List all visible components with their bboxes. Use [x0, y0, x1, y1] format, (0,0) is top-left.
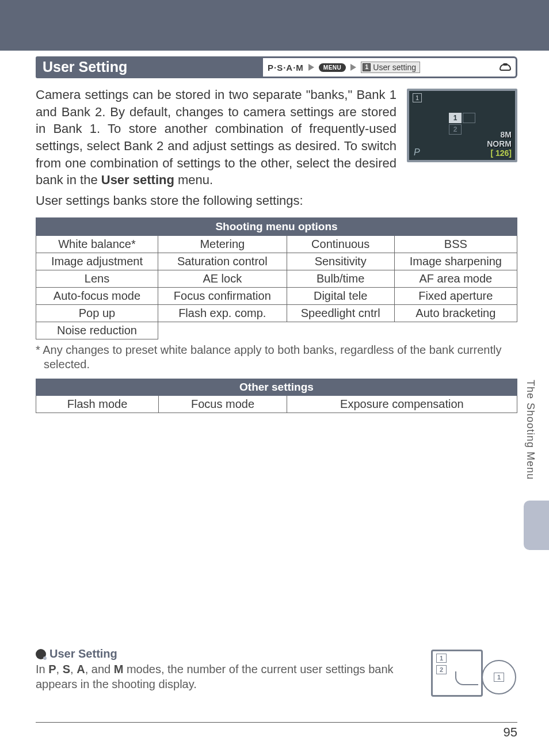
table1-cell: Image sharpening: [394, 253, 517, 270]
ill-bank-1: 1: [436, 654, 447, 663]
table1-empty: [158, 322, 287, 339]
lcd-preview: 1 1 2 P 8M NORM [ 126]: [407, 89, 517, 162]
ill-zoom-circle: 1: [482, 660, 516, 694]
ill-bank-2: 2: [436, 665, 447, 674]
table1-cell: Continuous: [287, 235, 394, 253]
lcd-bank-1-selected: 1: [449, 113, 462, 123]
table1-cell: Focus confirmation: [158, 287, 287, 304]
tip-icon: [36, 649, 46, 659]
section-title: User Setting: [36, 56, 263, 78]
tip-illustration: 1 2 1: [431, 650, 517, 701]
top-header-bar: [0, 0, 549, 51]
side-tab-label: The Shooting Menu: [524, 374, 536, 486]
lcd-bank-2: 2: [449, 124, 462, 135]
dial-icon: [500, 64, 511, 71]
table1-header: Shooting menu options: [36, 217, 517, 235]
mode-letters: P·S·A·M: [268, 63, 304, 72]
table2-header: Other settings: [36, 379, 517, 395]
ill-zoom-bank: 1: [494, 673, 504, 682]
breadcrumb-bar: P·S·A·M MENU 1 User setting: [263, 56, 517, 78]
bank-1-icon: 1: [363, 63, 371, 71]
arrow-right-icon: [308, 64, 314, 71]
tip-section: User Setting In P, S, A, and M modes, th…: [36, 647, 517, 701]
table1-cell: Image adjustment: [36, 253, 158, 270]
table1-cell: Flash exp. comp.: [158, 304, 287, 322]
lcd-blank-icon: [463, 113, 475, 123]
other-settings-table: Other settings Flash mode Focus mode Exp…: [36, 379, 517, 413]
page-footer-line: [36, 722, 517, 723]
table1-cell: Speedlight cntrl: [287, 304, 394, 322]
page-number: 95: [504, 725, 517, 740]
lcd-mode-p: P: [414, 147, 420, 158]
footnote: * Any changes to preset white balance ap…: [36, 343, 517, 372]
tip-body: In P, S, A, and M modes, the number of t…: [36, 662, 422, 692]
table2-cell: Exposure compensation: [287, 395, 517, 413]
table1-cell: Saturation control: [158, 253, 287, 270]
section-heading-row: User Setting P·S·A·M MENU 1 User setting: [36, 56, 517, 78]
table1-cell: Pop up: [36, 304, 158, 322]
lcd-topleft-bank: 1: [413, 93, 422, 102]
intro-paragraph: Camera settings can be stored in two sep…: [36, 86, 396, 189]
table1-cell: Sensitivity: [287, 253, 394, 270]
tip-title: User Setting: [36, 647, 422, 660]
table1-cell: White balance*: [36, 235, 158, 253]
lcd-right-stack: 8M NORM [ 126]: [487, 130, 512, 158]
lcd-count: [ 126]: [487, 148, 512, 158]
table1-empty: [287, 322, 394, 339]
table2-cell: Flash mode: [36, 395, 159, 413]
table1-empty: [394, 322, 517, 339]
table1-cell: BSS: [394, 235, 517, 253]
table2-cell: Focus mode: [159, 395, 287, 413]
table1-cell: Noise reduction: [36, 322, 158, 339]
table1-cell: Bulb/time: [287, 270, 394, 287]
ill-arrow: [455, 671, 478, 685]
table1-cell: AE lock: [158, 270, 287, 287]
shooting-menu-options-table: Shooting menu options White balance* Met…: [36, 217, 517, 339]
tip-title-text: User Setting: [49, 647, 117, 660]
table1-cell: Fixed aperture: [394, 287, 517, 304]
table1-cell: AF area mode: [394, 270, 517, 287]
menu-button-icon: MENU: [319, 63, 346, 72]
breadcrumb-label: User setting: [373, 63, 416, 72]
arrow-right-icon: [350, 64, 356, 71]
table1-cell: Auto bracketing: [394, 304, 517, 322]
sub-paragraph: User settings banks store the following …: [36, 192, 517, 209]
lcd-norm: NORM: [487, 139, 512, 148]
table1-cell: Auto-focus mode: [36, 287, 158, 304]
table1-cell: Digital tele: [287, 287, 394, 304]
side-tab-block: [524, 501, 549, 550]
table1-cell: Metering: [158, 235, 287, 253]
table1-cell: Lens: [36, 270, 158, 287]
breadcrumb-user-setting: 1 User setting: [361, 62, 420, 73]
lcd-size: 8M: [487, 130, 512, 139]
